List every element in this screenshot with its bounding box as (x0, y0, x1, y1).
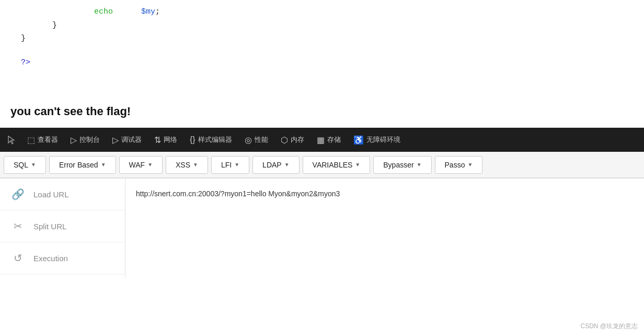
devtools-storage[interactable]: ▦ 存储 (310, 132, 347, 148)
accessibility-label: 无障碍环境 (366, 135, 400, 144)
bottom-panel: 🔗 Load URL ✂ Split URL ↺ Execution http:… (0, 178, 644, 277)
memory-icon: ⬡ (281, 135, 288, 145)
execution-icon: ↺ (10, 252, 25, 264)
code-echo-keyword: echo (94, 7, 113, 16)
code-echo-var: $my (141, 7, 155, 16)
style-label: 样式编辑器 (198, 135, 232, 144)
load-url-label: Load URL (33, 190, 69, 199)
split-url-label: Split URL (33, 222, 66, 231)
code-line-empty (10, 46, 634, 56)
execution-action[interactable]: ↺ Execution (0, 242, 125, 274)
btn-ldap[interactable]: LDAP ▼ (252, 156, 299, 174)
url-display: http://snert.com.cn:20003/?myon1=hello M… (125, 178, 644, 277)
load-url-action[interactable]: 🔗 Load URL (0, 178, 125, 210)
btn-bypasser[interactable]: Bypasser ▼ (373, 156, 431, 174)
devtools-bar: ⬚ 查看器 ▷ 控制台 ▷ 调试器 ⇅ 网络 {} 样式编辑器 ◎ 性能 ⬡ 内… (0, 128, 644, 152)
injection-toolbar: SQL ▼ Error Based ▼ WAF ▼ XSS ▼ LFI ▼ LD… (0, 152, 644, 178)
btn-bypasser-label: Bypasser (383, 161, 413, 169)
side-actions: 🔗 Load URL ✂ Split URL ↺ Execution (0, 178, 125, 277)
btn-variables[interactable]: VARIABLES ▼ (303, 156, 371, 174)
message-text: you can't see the flag! (10, 105, 131, 118)
accessibility-icon: ♿ (353, 135, 364, 145)
devtools-memory[interactable]: ⬡ 内存 (274, 132, 310, 148)
btn-xss-label: XSS (176, 161, 190, 169)
code-line-brace1: } (10, 19, 634, 32)
btn-bypasser-chevron: ▼ (417, 162, 422, 168)
btn-error-based-label: Error Based (59, 161, 98, 169)
url-value: http://snert.com.cn:20003/?myon1=hello M… (136, 189, 340, 198)
btn-xss[interactable]: XSS ▼ (166, 156, 208, 174)
code-line-brace2: } (10, 32, 634, 46)
btn-waf-chevron: ▼ (147, 162, 153, 168)
inspector-icon: ⬚ (27, 135, 35, 145)
btn-sql-label: SQL (14, 161, 28, 169)
execution-label: Execution (33, 254, 68, 263)
devtools-inspector[interactable]: ⬚ 查看器 (21, 132, 64, 148)
btn-error-based[interactable]: Error Based ▼ (49, 156, 116, 174)
btn-passo[interactable]: Passo ▼ (435, 156, 483, 174)
code-line-echo: echo $my; (10, 5, 634, 19)
network-icon: ⇅ (154, 135, 161, 145)
code-area: echo $my; } } ?> (0, 0, 644, 99)
devtools-style-editor[interactable]: {} 样式编辑器 (183, 132, 238, 148)
btn-ldap-chevron: ▼ (284, 162, 290, 168)
inspector-label: 查看器 (38, 135, 58, 144)
code-line-close: ?> (10, 56, 634, 70)
performance-label: 性能 (255, 135, 268, 144)
btn-sql[interactable]: SQL ▼ (4, 156, 46, 174)
btn-error-based-chevron: ▼ (101, 162, 106, 168)
performance-icon: ◎ (245, 135, 252, 145)
devtools-accessibility[interactable]: ♿ 无障碍环境 (347, 132, 407, 148)
devtools-debugger[interactable]: ▷ 调试器 (106, 132, 148, 148)
console-label: 控制台 (79, 135, 100, 144)
btn-sql-chevron: ▼ (31, 162, 36, 168)
btn-variables-chevron: ▼ (355, 162, 360, 168)
btn-lfi[interactable]: LFI ▼ (211, 156, 249, 174)
load-url-icon: 🔗 (10, 188, 25, 200)
devtools-network[interactable]: ⇅ 网络 (148, 132, 183, 148)
btn-waf-label: WAF (129, 161, 145, 169)
memory-label: 内存 (291, 135, 304, 144)
style-icon: {} (190, 135, 196, 144)
message-area: you can't see the flag! (0, 99, 644, 128)
btn-lfi-label: LFI (221, 161, 232, 169)
btn-passo-label: Passo (445, 161, 465, 169)
btn-passo-chevron: ▼ (467, 162, 473, 168)
storage-label: 存储 (327, 135, 341, 144)
btn-ldap-label: LDAP (262, 161, 282, 169)
btn-variables-label: VARIABLES (313, 161, 353, 169)
split-url-action[interactable]: ✂ Split URL (0, 210, 125, 242)
debugger-label: 调试器 (121, 135, 142, 144)
btn-lfi-chevron: ▼ (234, 162, 239, 168)
storage-icon: ▦ (317, 135, 325, 145)
devtools-cursor-icon[interactable] (2, 132, 21, 147)
console-icon: ▷ (71, 135, 77, 145)
btn-xss-chevron: ▼ (193, 162, 198, 168)
btn-waf[interactable]: WAF ▼ (119, 156, 163, 174)
devtools-performance[interactable]: ◎ 性能 (238, 132, 274, 148)
debugger-icon: ▷ (112, 135, 119, 145)
network-label: 网络 (164, 135, 177, 144)
devtools-console[interactable]: ▷ 控制台 (64, 132, 106, 148)
split-url-icon: ✂ (10, 220, 25, 232)
